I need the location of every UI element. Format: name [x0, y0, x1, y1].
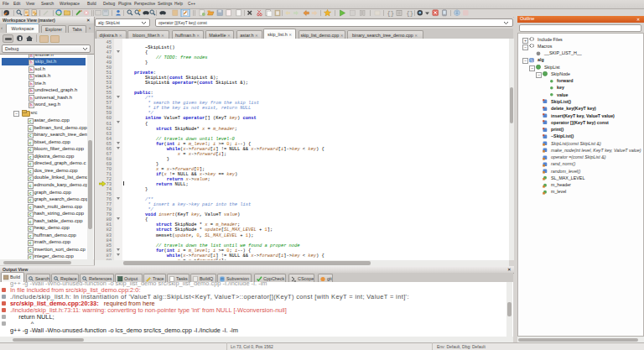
- svg-text:{}: {}: [407, 10, 413, 17]
- svg-text:{}: {}: [387, 10, 394, 17]
- svg-text:N: N: [530, 58, 532, 62]
